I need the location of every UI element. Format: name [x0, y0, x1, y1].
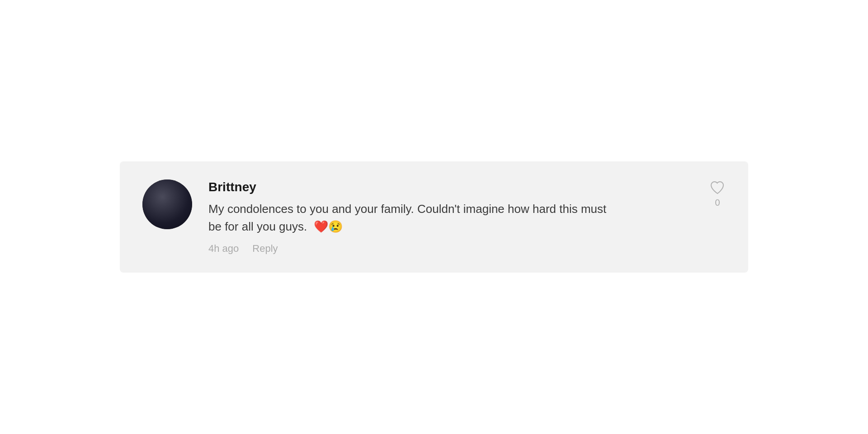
comment-body: Brittney My condolences to you and your … — [208, 179, 726, 255]
timestamp: 4h ago — [208, 243, 239, 255]
reply-button[interactable]: Reply — [252, 243, 278, 255]
comment-text-content: My condolences to you and your family. C… — [208, 202, 606, 233]
page-wrapper: Brittney My condolences to you and your … — [0, 0, 868, 434]
avatar — [142, 179, 192, 229]
comment-text: My condolences to you and your family. C… — [208, 200, 615, 236]
comment-card: Brittney My condolences to you and your … — [120, 161, 748, 273]
comment-meta: 4h ago Reply — [208, 243, 726, 255]
username: Brittney — [208, 179, 726, 195]
avatar-image — [142, 179, 192, 229]
like-section: 0 — [709, 179, 726, 208]
like-count: 0 — [715, 198, 720, 208]
comment-emojis: ❤️😢 — [314, 220, 343, 233]
heart-icon[interactable] — [709, 179, 726, 196]
